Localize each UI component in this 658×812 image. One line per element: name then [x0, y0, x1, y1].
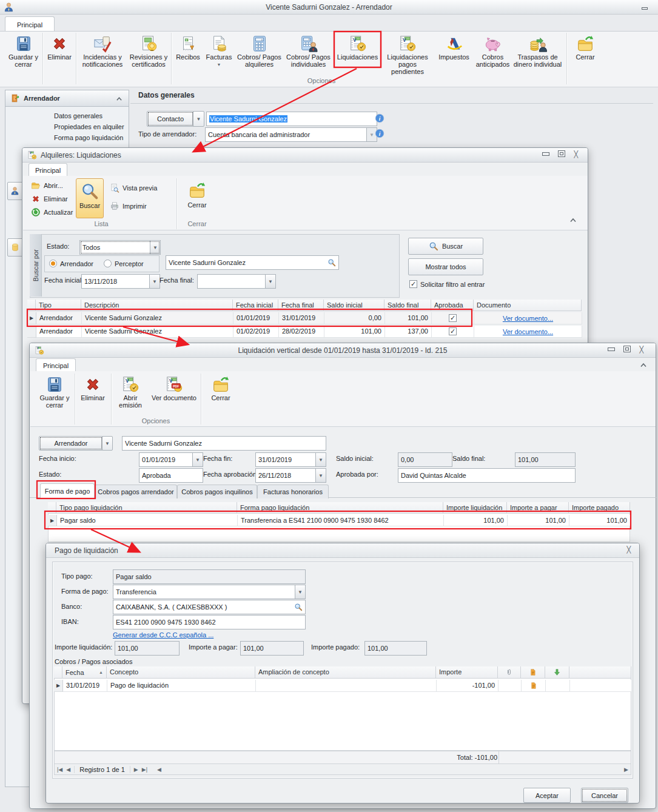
strip-database-button[interactable] — [7, 238, 23, 257]
dropdown-arrow-icon[interactable]: ▼ — [315, 469, 326, 482]
maximize-icon[interactable] — [558, 150, 565, 157]
cerrar-button-toolbar[interactable]: Cerrar — [181, 178, 213, 218]
header-cell[interactable]: Tipo — [36, 300, 81, 311]
minimize-icon[interactable] — [642, 7, 648, 10]
ribbon-button-cerrar[interactable]: Cerrar — [570, 33, 600, 76]
forma-pago-select[interactable]: Transferencia▼ — [113, 585, 306, 599]
header-cell[interactable]: Saldo inicial — [324, 300, 384, 311]
radio-arrendador[interactable]: Arrendador — [49, 260, 93, 267]
info-icon[interactable] — [375, 113, 384, 123]
abrir-button[interactable]: Abrir... — [31, 181, 63, 190]
estado-field[interactable]: Aprobada — [139, 468, 203, 483]
ribbon-button-facturas[interactable]: Facturas▼ — [204, 33, 234, 76]
main-window-titlebar[interactable]: Vicente Sadurni Gonzalez - Arrendador — [0, 0, 658, 15]
hscroll-left-icon[interactable]: ◀ — [157, 767, 161, 773]
table-row[interactable]: ▶ Arrendador Vicente Sadurni Gonzalez 01… — [27, 312, 582, 324]
imprimir-button[interactable]: Imprimir — [110, 201, 147, 211]
search-icon[interactable] — [294, 603, 303, 611]
header-cell[interactable]: Fecha final — [278, 300, 324, 311]
main-tab-principal[interactable]: Principal — [5, 16, 55, 32]
header-cell[interactable]: Aprobada — [431, 300, 474, 311]
pager-next-icon[interactable]: ▶ — [134, 767, 138, 773]
buscar-button-toolbar[interactable]: Buscar — [76, 178, 104, 218]
strip-user-button[interactable] — [7, 182, 23, 200]
info-icon[interactable] — [375, 129, 384, 138]
ribbon-button-liquidaciones[interactable]: Liquidaciones — [335, 33, 380, 76]
fecha-aprobacion-field[interactable]: 26/11/2018▼ — [255, 468, 326, 483]
close-icon[interactable]: ╳ — [626, 546, 631, 552]
banco-field[interactable]: CAIXABANK, S.A. ( CAIXESBBXXX ) — [113, 600, 306, 614]
cerrar-button[interactable]: Cerrar — [204, 374, 237, 418]
header-cell[interactable]: Saldo final — [384, 300, 431, 311]
pay-table-row[interactable]: ▶ Pagar saldo Transferencia a ES41 2100 … — [48, 515, 631, 526]
search-icon[interactable] — [327, 258, 336, 267]
tab-cobros-pagos-arrendador[interactable]: Cobros pagos arrendador — [95, 485, 177, 498]
close-icon[interactable]: ╳ — [639, 346, 643, 352]
guardar-y-cerrar-button[interactable]: Guardar y cerrar — [37, 374, 72, 418]
radio-perceptor[interactable]: Perceptor — [104, 260, 144, 267]
dropdown-arrow-icon[interactable]: ▼ — [150, 241, 160, 254]
generar-ccc-link[interactable]: Generar desde C.C.C española ... — [113, 631, 213, 639]
sidebar-item-datos-generales[interactable]: Datos generales — [54, 112, 102, 119]
ribbon-button-cobros-pagos-individuales[interactable]: Cobros/ Pagos individuales — [284, 33, 332, 76]
header-cell-attachment[interactable] — [498, 666, 521, 679]
header-cell[interactable]: Forma pago liquidación — [237, 502, 443, 514]
ribbon-button-eliminar[interactable]: Eliminar — [45, 33, 74, 76]
arrendador-dropdown-button[interactable]: ▼ — [102, 436, 113, 451]
pager-last-icon[interactable]: ▶| — [142, 767, 147, 773]
pager-first-icon[interactable]: |◀ — [57, 767, 62, 773]
header-cell[interactable]: Tipo pago liquidación — [56, 502, 237, 514]
header-cell[interactable]: Importe liquidación — [443, 502, 507, 514]
table-row[interactable]: Arrendador Vicente Sadurni Gonzalez 01/0… — [27, 326, 582, 338]
header-cell[interactable]: Concepto — [107, 666, 255, 679]
ribbon-collapse-icon[interactable] — [569, 218, 577, 223]
aceptar-button[interactable]: Aceptar — [523, 788, 571, 803]
checkbox-checked-icon[interactable]: ✓ — [449, 327, 457, 335]
liq-tab-principal[interactable]: Principal — [29, 163, 67, 177]
header-cell[interactable]: Fecha inicial — [233, 300, 278, 311]
header-cell[interactable]: Importe pagado — [569, 502, 630, 514]
fecha-fin-field[interactable]: 31/01/2019▼ — [255, 452, 326, 467]
asociados-row[interactable]: ▶ 31/01/2019 Pago de liquidación -101,00 — [54, 680, 632, 692]
header-cell-document[interactable] — [521, 666, 545, 679]
eliminar-button[interactable]: Eliminar — [31, 194, 68, 204]
detail-titlebar[interactable]: Liquidación vertical desde 01/01/2019 ha… — [30, 343, 656, 358]
ribbon-button-cobros-pagos-alquileres[interactable]: Cobros/ Pagos alquileres — [235, 33, 283, 76]
tab-forma-de-pago[interactable]: Forma de pago — [40, 483, 95, 498]
sidebar-header[interactable]: Arrendador — [5, 90, 129, 107]
header-cell[interactable]: Importe — [436, 666, 498, 679]
mostrar-todos-button[interactable]: Mostrar todos — [408, 258, 483, 275]
ribbon-button-impuestos[interactable]: Impuestos — [434, 33, 474, 76]
ribbon-button-guardar-y-cerrar[interactable]: Guardar y cerrar — [6, 33, 41, 76]
fecha-inicio-field[interactable]: 01/01/2019▼ — [139, 452, 203, 467]
hscroll-right-icon[interactable]: ▶ — [624, 767, 628, 773]
eliminar-button[interactable]: Eliminar — [77, 374, 109, 418]
header-cell-fecha[interactable]: Fecha▲ — [62, 666, 107, 679]
arrendador-field[interactable]: Vicente Sadurni Gonzalez — [122, 436, 326, 451]
header-cell[interactable]: Ampliación de concepto — [255, 666, 436, 679]
minimize-icon[interactable] — [542, 152, 549, 156]
estado-select[interactable]: Todos▼ — [79, 240, 161, 255]
ribbon-button-revisiones[interactable]: Revisiones y certificados — [128, 33, 169, 76]
header-cell[interactable]: Descripción — [81, 300, 233, 311]
header-cell[interactable]: Importe a pagar — [507, 502, 569, 514]
tipo-arrendador-select[interactable]: Cuenta bancaria del administrador▼ — [205, 127, 377, 142]
actualizar-button[interactable]: Actualizar — [31, 207, 73, 217]
checkbox-checked-icon[interactable]: ✓ — [449, 314, 457, 322]
iban-field[interactable]: ES41 2100 0900 9475 1930 8462 — [113, 615, 306, 629]
dropdown-arrow-icon[interactable]: ▼ — [265, 275, 275, 288]
fecha-inicial-field[interactable]: 13/11/2018▼ — [81, 274, 160, 289]
pager-prev-icon[interactable]: ◀ — [66, 767, 70, 773]
cell-document[interactable] — [522, 680, 546, 692]
ribbon-button-recibos[interactable]: Recibos — [173, 33, 203, 76]
liquidaciones-titlebar[interactable]: Alquileres: Liquidaciones — [22, 148, 588, 163]
sidebar-item-forma-pago[interactable]: Forma pago liquidación — [54, 134, 123, 141]
contacto-button[interactable]: Contacto — [147, 111, 194, 127]
contacto-dropdown-button[interactable]: ▼ — [193, 111, 204, 127]
ribbon-button-traspasos[interactable]: Traspasos de dinero individual — [511, 33, 564, 76]
tab-cobros-pagos-inquilinos[interactable]: Cobros pagos inquilinos — [177, 485, 257, 498]
cancelar-button[interactable]: Cancelar — [581, 788, 628, 803]
detail-tab-principal[interactable]: Principal — [36, 358, 76, 372]
search-input[interactable]: Vicente Sadurni Gonzalez — [166, 255, 339, 270]
vista-previa-button[interactable]: Vista previa — [110, 183, 157, 193]
